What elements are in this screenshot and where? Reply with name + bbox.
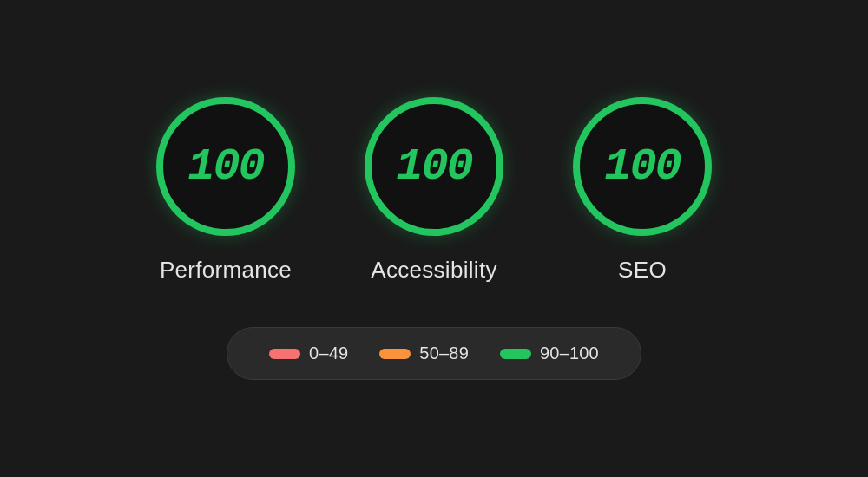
- score-item-accessibility: 100 Accessibility: [365, 97, 503, 284]
- score-item-seo: 100 SEO: [573, 97, 712, 284]
- score-value-accessibility: 100: [396, 141, 472, 193]
- legend-item-low: 0–49: [269, 343, 348, 363]
- legend-container: 0–49 50–89 90–100: [227, 327, 641, 380]
- legend-item-medium: 50–89: [379, 343, 469, 363]
- score-circle-seo: 100: [573, 97, 712, 236]
- scores-container: 100 Performance 100 Accessibility 100 SE…: [156, 97, 712, 284]
- score-value-performance: 100: [187, 141, 264, 193]
- score-label-accessibility: Accessibility: [371, 257, 497, 284]
- legend-bar-orange: [379, 349, 411, 359]
- legend-range-low: 0–49: [309, 343, 348, 363]
- score-item-performance: 100 Performance: [156, 97, 295, 284]
- score-circle-performance: 100: [156, 97, 295, 236]
- score-value-seo: 100: [604, 141, 681, 193]
- score-label-seo: SEO: [618, 257, 667, 284]
- legend-bar-red: [269, 349, 300, 359]
- legend-range-medium: 50–89: [419, 343, 469, 363]
- score-label-performance: Performance: [160, 257, 292, 284]
- score-circle-accessibility: 100: [365, 97, 503, 236]
- legend-item-high: 90–100: [500, 343, 599, 363]
- legend-bar-green: [500, 349, 531, 359]
- legend-range-high: 90–100: [540, 343, 599, 363]
